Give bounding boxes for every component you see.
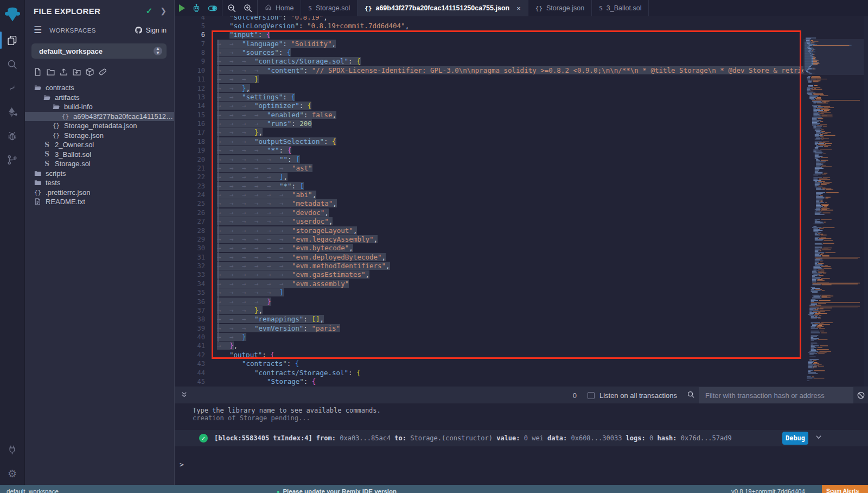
code-line[interactable]: 31→→→→→→"evm.deployedBytecode", [175, 253, 868, 262]
code-line[interactable]: 42"output": { [175, 351, 868, 359]
code-line[interactable]: 7→→"language": "Solidity", [175, 40, 868, 48]
tab-home[interactable]: Home [258, 0, 301, 16]
file-tree-item[interactable]: artifacts [25, 93, 174, 103]
file-tree-item[interactable]: S2_Owner.sol [25, 140, 174, 150]
code-line[interactable]: 34→→→→→→"evm.assembly" [175, 280, 868, 288]
listen-transactions-label[interactable]: Listen on all transactions [599, 391, 677, 400]
scam-alert-button[interactable]: Scam Alerts [822, 485, 868, 493]
code-line[interactable]: 14→→→"optimizer": { [175, 102, 868, 110]
upload-folder-icon[interactable] [72, 67, 81, 77]
code-line[interactable]: 44"contracts/Storage.sol": { [175, 369, 868, 377]
remix-logo-icon[interactable] [0, 0, 25, 28]
file-tree-item[interactable]: scripts [25, 169, 174, 179]
code-line[interactable]: 9→→→"contracts/Storage.sol": { [175, 57, 868, 66]
listen-transactions-checkbox[interactable] [588, 392, 595, 399]
ai-assistant-icon[interactable] [192, 3, 201, 13]
code-line[interactable]: 39→→→"evmVersion": "paris" [175, 324, 868, 333]
link-icon[interactable] [98, 67, 107, 77]
new-folder-icon[interactable] [46, 67, 55, 77]
debug-button[interactable]: Debug [782, 432, 808, 445]
code-line[interactable]: 45"Storage": { [175, 377, 868, 386]
code-line[interactable]: 10→→→→"content": "// SPDX-License-Identi… [175, 66, 868, 75]
code-line[interactable]: 25→→→→→→"metadata", [175, 199, 868, 208]
code-line[interactable]: 8→→"sources": { [175, 48, 868, 57]
cube-icon[interactable] [85, 67, 94, 77]
tab-a69b43f277ba20fcac141151250ca755-json[interactable]: {}a69b43f277ba20fcac141151250ca755.json× [358, 0, 528, 16]
code-line[interactable]: 23→→→→→"*": [ [175, 182, 868, 191]
file-tree-item[interactable]: tests [25, 178, 174, 188]
chevron-right-icon[interactable]: ❯ [160, 7, 167, 15]
settings-icon[interactable]: ⚙ [0, 462, 25, 485]
code-line[interactable]: 30→→→→→→"evm.bytecode", [175, 244, 868, 252]
zoom-in-icon[interactable] [243, 3, 253, 13]
code-line[interactable]: 22→→→→→], [175, 173, 868, 181]
deploy-run-icon[interactable] [0, 100, 25, 124]
code-line[interactable]: 11→→→} [175, 75, 868, 84]
code-line[interactable]: 16→→→→"runs": 200 [175, 119, 868, 128]
tab-storage-json[interactable]: {}Storage.json [528, 0, 592, 16]
code-line[interactable]: 5"solcLongVersion": "0.8.19+commit.7dd6d… [175, 22, 868, 30]
file-tree-item[interactable]: {}.prettierrc.json [25, 188, 174, 198]
plugin-manager-icon[interactable] [0, 438, 25, 462]
ai-toggle-icon[interactable] [208, 3, 218, 13]
code-line[interactable]: 43"contracts": { [175, 359, 868, 368]
workspace-switch-icon[interactable]: ▲▼ [154, 47, 162, 55]
code-editor[interactable]: 4"solcVersion": "0.8.19",5"solcLongVersi… [175, 16, 868, 387]
code-line[interactable]: 4"solcVersion": "0.8.19", [175, 16, 868, 22]
debugger-icon[interactable] [0, 124, 25, 148]
file-tree-item[interactable]: README.txt [25, 197, 174, 207]
code-line[interactable]: 32→→→→→→"evm.methodIdentifiers", [175, 262, 868, 270]
git-icon[interactable] [0, 148, 25, 172]
code-line[interactable]: 24→→→→→→"abi", [175, 191, 868, 199]
transaction-filter-input[interactable] [699, 387, 853, 403]
minimap[interactable] [803, 16, 864, 387]
code-line[interactable]: 6"input": { [175, 30, 868, 39]
close-icon[interactable]: × [516, 4, 521, 12]
editor-scrollbar[interactable] [864, 16, 868, 387]
transaction-log-row[interactable]: ✓ [block:5583405 txIndex:4] from: 0xa03.… [175, 430, 868, 446]
clear-console-icon[interactable] [853, 391, 868, 400]
code-area[interactable]: 4"solcVersion": "0.8.19",5"solcLongVersi… [175, 16, 868, 387]
code-line[interactable]: 38→→→"remappings": [], [175, 315, 868, 324]
file-tree-item[interactable]: {}Storage.json [25, 131, 174, 141]
expand-terminal-icon[interactable] [181, 390, 188, 400]
upload-file-icon[interactable] [59, 67, 68, 77]
code-line[interactable]: 19→→→→"*": { [175, 146, 868, 155]
file-tree-item[interactable]: {}Storage_metadata.json [25, 121, 174, 131]
file-tree-item[interactable]: {}a69b43f277ba20fcac141151250ca7... [25, 112, 174, 122]
code-line[interactable]: 35→→→→→] [175, 288, 868, 297]
code-line[interactable]: 15→→→→"enabled": false, [175, 111, 868, 119]
code-line[interactable]: 40→→} [175, 333, 868, 342]
new-file-icon[interactable] [33, 67, 42, 77]
file-tree-item[interactable]: S3_Ballot.sol [25, 150, 174, 160]
sign-in-button[interactable]: Sign in [135, 26, 167, 34]
code-line[interactable]: 33→→→→→→"evm.gasEstimates", [175, 270, 868, 279]
terminal-prompt[interactable]: > [175, 446, 868, 469]
file-explorer-icon[interactable] [0, 28, 25, 52]
code-line[interactable]: 27→→→→→→"userdoc", [175, 217, 868, 226]
run-script-icon[interactable] [179, 4, 185, 12]
workspace-select[interactable]: default_workspace ▲▼ [31, 43, 167, 59]
expand-transaction-icon[interactable] [815, 433, 822, 443]
file-tree-item[interactable]: contracts [25, 83, 174, 93]
file-tree-item[interactable]: build-info [25, 102, 174, 112]
code-line[interactable]: 29→→→→→→"evm.legacyAssembly", [175, 235, 868, 244]
code-line[interactable]: 21→→→→→→"ast" [175, 164, 868, 173]
code-line[interactable]: 37→→→}, [175, 306, 868, 315]
code-line[interactable]: 41→}, [175, 342, 868, 350]
code-line[interactable]: 18→→→"outputSelection": { [175, 137, 868, 146]
tab-storage-sol[interactable]: SStorage.sol [301, 0, 358, 16]
zoom-out-icon[interactable] [227, 3, 237, 13]
search-icon[interactable] [0, 52, 25, 76]
solidity-compiler-icon[interactable] [0, 76, 25, 100]
code-line[interactable]: 20→→→→→"": [ [175, 155, 868, 164]
code-line[interactable]: 13→→"settings": { [175, 93, 868, 102]
code-line[interactable]: 28→→→→→→"storageLayout", [175, 226, 868, 235]
code-line[interactable]: 26→→→→→→"devdoc", [175, 208, 868, 217]
code-line[interactable]: 12→→}, [175, 84, 868, 93]
code-line[interactable]: 36→→→→} [175, 298, 868, 306]
tab-3-ballot-sol[interactable]: S3_Ballot.sol [592, 0, 649, 16]
file-tree-item[interactable]: SStorage.sol [25, 159, 174, 169]
workspaces-menu-icon[interactable]: ☰ [34, 24, 42, 36]
code-line[interactable]: 17→→→}, [175, 128, 868, 137]
